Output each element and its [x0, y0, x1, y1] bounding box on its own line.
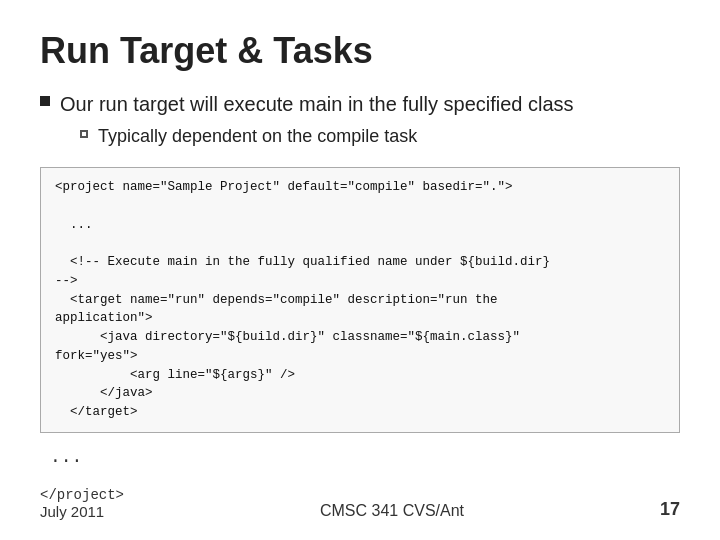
- footer-date: July 2011: [40, 503, 104, 520]
- footer-left: </project> July 2011: [40, 487, 124, 520]
- footer-project-close: </project>: [40, 487, 124, 503]
- ellipsis-text: ...: [50, 447, 680, 467]
- bullet-square-icon: [40, 96, 50, 106]
- slide: Run Target & Tasks Our run target will e…: [0, 0, 720, 540]
- footer-center: CMSC 341 CVS/Ant: [320, 502, 464, 520]
- bullet-main: Our run target will execute main in the …: [40, 90, 680, 118]
- code-block: <project name="Sample Project" default="…: [40, 167, 680, 433]
- footer-page-number: 17: [660, 499, 680, 520]
- bullet-sub-text: Typically dependent on the compile task: [98, 124, 417, 149]
- slide-title: Run Target & Tasks: [40, 30, 680, 72]
- bullet-sub: Typically dependent on the compile task: [80, 124, 680, 149]
- bullet-sub-square-icon: [80, 130, 88, 138]
- footer: </project> July 2011 CMSC 341 CVS/Ant 17: [40, 481, 680, 520]
- bullet-main-text: Our run target will execute main in the …: [60, 90, 574, 118]
